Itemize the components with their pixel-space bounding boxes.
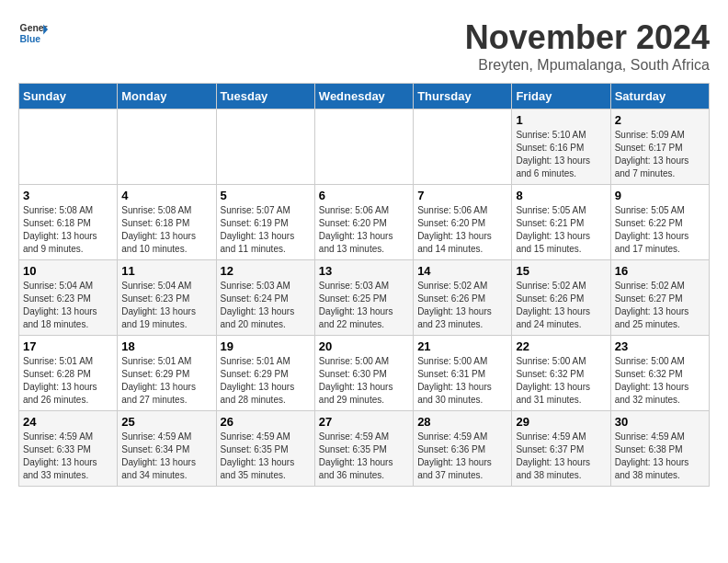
- calendar-header-friday: Friday: [512, 84, 610, 109]
- calendar-week-row: 24Sunrise: 4:59 AM Sunset: 6:33 PM Dayli…: [19, 411, 710, 487]
- day-info: Sunrise: 5:05 AM Sunset: 6:22 PM Dayligh…: [615, 204, 705, 256]
- calendar-cell: 25Sunrise: 4:59 AM Sunset: 6:34 PM Dayli…: [118, 411, 216, 487]
- svg-text:Blue: Blue: [20, 34, 41, 44]
- day-number: 11: [121, 264, 211, 278]
- day-number: 29: [516, 415, 606, 429]
- day-number: 9: [615, 189, 705, 202]
- calendar-cell: 27Sunrise: 4:59 AM Sunset: 6:35 PM Dayli…: [314, 411, 413, 487]
- calendar-cell: [19, 109, 118, 185]
- day-info: Sunrise: 5:06 AM Sunset: 6:20 PM Dayligh…: [417, 204, 507, 256]
- day-number: 10: [23, 264, 113, 278]
- day-number: 16: [615, 264, 705, 278]
- calendar-week-row: 17Sunrise: 5:01 AM Sunset: 6:28 PM Dayli…: [19, 336, 710, 411]
- title-section: November 2024 Breyten, Mpumalanga, South…: [465, 18, 710, 74]
- day-number: 15: [516, 264, 606, 278]
- calendar-cell: [314, 109, 413, 185]
- day-info: Sunrise: 5:02 AM Sunset: 6:26 PM Dayligh…: [417, 280, 507, 331]
- day-number: 30: [615, 415, 705, 429]
- day-number: 27: [319, 415, 409, 429]
- calendar-cell: 10Sunrise: 5:04 AM Sunset: 6:23 PM Dayli…: [19, 260, 118, 336]
- day-info: Sunrise: 5:00 AM Sunset: 6:31 PM Dayligh…: [417, 355, 507, 407]
- calendar-cell: 13Sunrise: 5:03 AM Sunset: 6:25 PM Dayli…: [314, 260, 413, 336]
- calendar-week-row: 10Sunrise: 5:04 AM Sunset: 6:23 PM Dayli…: [19, 260, 710, 336]
- calendar-cell: 24Sunrise: 4:59 AM Sunset: 6:33 PM Dayli…: [19, 411, 118, 487]
- day-number: 8: [516, 189, 606, 202]
- day-info: Sunrise: 5:05 AM Sunset: 6:21 PM Dayligh…: [516, 204, 606, 256]
- calendar-cell: 1Sunrise: 5:10 AM Sunset: 6:16 PM Daylig…: [512, 109, 610, 185]
- calendar-header-wednesday: Wednesday: [314, 84, 413, 109]
- calendar-cell: 26Sunrise: 4:59 AM Sunset: 6:35 PM Dayli…: [216, 411, 314, 487]
- day-info: Sunrise: 5:03 AM Sunset: 6:24 PM Dayligh…: [221, 280, 311, 331]
- logo: General Blue: [18, 18, 48, 48]
- calendar-cell: 22Sunrise: 5:00 AM Sunset: 6:32 PM Dayli…: [512, 336, 610, 411]
- calendar-cell: 28Sunrise: 4:59 AM Sunset: 6:36 PM Dayli…: [414, 411, 512, 487]
- calendar-cell: 21Sunrise: 5:00 AM Sunset: 6:31 PM Dayli…: [414, 336, 512, 411]
- day-info: Sunrise: 5:00 AM Sunset: 6:32 PM Dayligh…: [615, 355, 705, 407]
- calendar-cell: 23Sunrise: 5:00 AM Sunset: 6:32 PM Dayli…: [610, 336, 709, 411]
- calendar-cell: 20Sunrise: 5:00 AM Sunset: 6:30 PM Dayli…: [314, 336, 413, 411]
- day-info: Sunrise: 5:08 AM Sunset: 6:18 PM Dayligh…: [121, 204, 211, 256]
- calendar-cell: 18Sunrise: 5:01 AM Sunset: 6:29 PM Dayli…: [118, 336, 216, 411]
- day-info: Sunrise: 5:10 AM Sunset: 6:16 PM Dayligh…: [516, 129, 606, 180]
- day-info: Sunrise: 5:01 AM Sunset: 6:29 PM Dayligh…: [221, 355, 311, 407]
- calendar-cell: 9Sunrise: 5:05 AM Sunset: 6:22 PM Daylig…: [610, 185, 709, 260]
- calendar-cell: [414, 109, 512, 185]
- day-info: Sunrise: 5:08 AM Sunset: 6:18 PM Dayligh…: [23, 204, 113, 256]
- day-number: 13: [319, 264, 409, 278]
- day-info: Sunrise: 5:00 AM Sunset: 6:30 PM Dayligh…: [319, 355, 409, 407]
- day-number: 21: [417, 339, 507, 353]
- calendar-cell: 7Sunrise: 5:06 AM Sunset: 6:20 PM Daylig…: [414, 185, 512, 260]
- calendar-header-monday: Monday: [118, 84, 216, 109]
- day-info: Sunrise: 5:02 AM Sunset: 6:27 PM Dayligh…: [615, 280, 705, 331]
- calendar-cell: 12Sunrise: 5:03 AM Sunset: 6:24 PM Dayli…: [216, 260, 314, 336]
- day-number: 5: [221, 189, 311, 202]
- day-number: 24: [23, 415, 113, 429]
- calendar-cell: 14Sunrise: 5:02 AM Sunset: 6:26 PM Dayli…: [414, 260, 512, 336]
- day-info: Sunrise: 5:01 AM Sunset: 6:28 PM Dayligh…: [23, 355, 113, 407]
- day-info: Sunrise: 5:03 AM Sunset: 6:25 PM Dayligh…: [319, 280, 409, 331]
- calendar-cell: 29Sunrise: 4:59 AM Sunset: 6:37 PM Dayli…: [512, 411, 610, 487]
- calendar-cell: [118, 109, 216, 185]
- page-header: General Blue November 2024 Breyten, Mpum…: [18, 18, 710, 74]
- calendar-cell: 4Sunrise: 5:08 AM Sunset: 6:18 PM Daylig…: [118, 185, 216, 260]
- calendar-cell: [216, 109, 314, 185]
- day-number: 17: [23, 339, 113, 353]
- calendar-week-row: 3Sunrise: 5:08 AM Sunset: 6:18 PM Daylig…: [19, 185, 710, 260]
- day-number: 3: [23, 189, 113, 202]
- calendar-cell: 8Sunrise: 5:05 AM Sunset: 6:21 PM Daylig…: [512, 185, 610, 260]
- day-info: Sunrise: 4:59 AM Sunset: 6:37 PM Dayligh…: [516, 431, 606, 482]
- calendar-cell: 5Sunrise: 5:07 AM Sunset: 6:19 PM Daylig…: [216, 185, 314, 260]
- day-number: 22: [516, 339, 606, 353]
- calendar-cell: 6Sunrise: 5:06 AM Sunset: 6:20 PM Daylig…: [314, 185, 413, 260]
- page-subtitle: Breyten, Mpumalanga, South Africa: [465, 57, 710, 74]
- day-info: Sunrise: 5:04 AM Sunset: 6:23 PM Dayligh…: [121, 280, 211, 331]
- calendar-header-thursday: Thursday: [414, 84, 512, 109]
- day-info: Sunrise: 5:06 AM Sunset: 6:20 PM Dayligh…: [319, 204, 409, 256]
- day-number: 23: [615, 339, 705, 353]
- day-number: 14: [417, 264, 507, 278]
- day-info: Sunrise: 4:59 AM Sunset: 6:33 PM Dayligh…: [23, 431, 113, 482]
- day-number: 26: [221, 415, 311, 429]
- day-number: 12: [221, 264, 311, 278]
- day-info: Sunrise: 4:59 AM Sunset: 6:35 PM Dayligh…: [319, 431, 409, 482]
- day-number: 18: [121, 339, 211, 353]
- calendar-cell: 11Sunrise: 5:04 AM Sunset: 6:23 PM Dayli…: [118, 260, 216, 336]
- calendar-cell: 15Sunrise: 5:02 AM Sunset: 6:26 PM Dayli…: [512, 260, 610, 336]
- day-info: Sunrise: 5:09 AM Sunset: 6:17 PM Dayligh…: [615, 129, 705, 180]
- calendar-cell: 16Sunrise: 5:02 AM Sunset: 6:27 PM Dayli…: [610, 260, 709, 336]
- calendar-table: SundayMondayTuesdayWednesdayThursdayFrid…: [18, 83, 710, 487]
- day-info: Sunrise: 5:00 AM Sunset: 6:32 PM Dayligh…: [516, 355, 606, 407]
- calendar-header-tuesday: Tuesday: [216, 84, 314, 109]
- calendar-cell: 30Sunrise: 4:59 AM Sunset: 6:38 PM Dayli…: [610, 411, 709, 487]
- calendar-header-saturday: Saturday: [610, 84, 709, 109]
- day-number: 7: [417, 189, 507, 202]
- day-number: 2: [615, 113, 705, 127]
- page-title: November 2024: [465, 18, 710, 57]
- day-info: Sunrise: 5:01 AM Sunset: 6:29 PM Dayligh…: [121, 355, 211, 407]
- day-number: 4: [121, 189, 211, 202]
- day-info: Sunrise: 4:59 AM Sunset: 6:38 PM Dayligh…: [615, 431, 705, 482]
- day-info: Sunrise: 4:59 AM Sunset: 6:36 PM Dayligh…: [417, 431, 507, 482]
- day-info: Sunrise: 5:04 AM Sunset: 6:23 PM Dayligh…: [23, 280, 113, 331]
- day-info: Sunrise: 5:02 AM Sunset: 6:26 PM Dayligh…: [516, 280, 606, 331]
- day-number: 25: [121, 415, 211, 429]
